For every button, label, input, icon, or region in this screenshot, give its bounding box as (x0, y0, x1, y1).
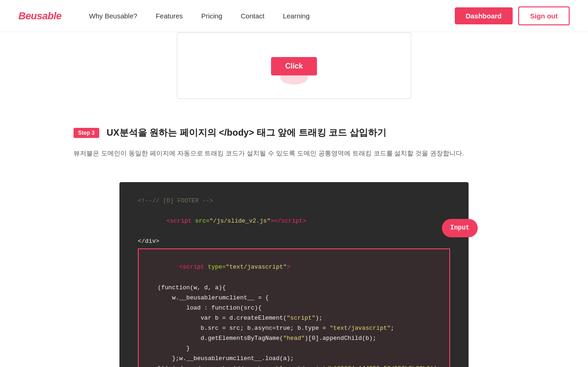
nav-pricing[interactable]: Pricing (201, 12, 222, 20)
nav-contact[interactable]: Contact (241, 12, 265, 20)
code-block: <!--// [D] FOOTER --> <script src="/js/s… (119, 182, 469, 367)
step3-title: UX분석을 원하는 페이지의 </body> 태그 앞에 트래킹 코드 삽입하기 (107, 126, 386, 139)
click-ripple (280, 71, 308, 85)
nav-why-beusable[interactable]: Why Beusable? (89, 12, 137, 20)
step3-header: Step 3 UX분석을 원하는 페이지의 </body> 태그 앞에 트래킹 … (74, 126, 514, 139)
code-line-3: </div> (138, 236, 450, 247)
code-line-1: <!--// [D] FOOTER --> (138, 196, 450, 206)
code-line-2: <script src="/js/slide_v2.js"></script> (138, 206, 450, 236)
nav-learning[interactable]: Learning (283, 12, 310, 20)
nav-links: Why Beusable? Features Pricing Contact L… (89, 12, 455, 20)
click-label: Click (285, 62, 303, 70)
dashboard-button[interactable]: Dashboard (455, 7, 513, 24)
code-h2: (function(w, d, a){ (143, 283, 445, 293)
code-h9: };w.__beusablerumclient__.load(a); (143, 354, 445, 364)
code-highlight: <script type="text/javascript"> (functio… (138, 248, 450, 367)
code-h8: } (143, 344, 445, 354)
code-image-container: <!--// [D] FOOTER --> <script src="/js/s… (74, 182, 514, 367)
signout-button[interactable]: Sign out (518, 6, 570, 25)
logo[interactable]: Beusable (18, 10, 62, 22)
navbar-actions: Dashboard Sign out (455, 6, 570, 25)
code-h5: var b = d.createElement("script"); (143, 313, 445, 323)
step3-section: Step 3 UX분석을 원하는 페이지의 </body> 태그 앞에 트래킹 … (0, 113, 588, 182)
nav-features[interactable]: Features (156, 12, 183, 20)
navbar: Beusable Why Beusable? Features Pricing … (0, 0, 588, 32)
code-h10: })(window, document, '//rum.beusable.net… (143, 364, 445, 367)
code-h4: load : function(src){ (143, 303, 445, 313)
step3-badge: Step 3 (74, 128, 99, 138)
input-badge: Input (442, 219, 478, 237)
top-image-area: Click (0, 32, 588, 113)
code-h3: w.__beusablerumclient__ = { (143, 293, 445, 303)
code-h6: b.src = src; b.async=true; b.type = "tex… (143, 323, 445, 333)
code-h1: <script type="text/javascript"> (143, 252, 445, 282)
main-content: Click Step 3 UX분석을 원하는 페이지의 </body> 태그 앞… (0, 32, 588, 367)
step3-description: 뷰저블은 도메인이 동일한 페이지에 자동으로 트래킹 코드가 설치될 수 있도… (74, 148, 514, 159)
click-demo-box: Click (177, 32, 411, 99)
code-h7: d.getElementsByTagName("head")[0].append… (143, 333, 445, 344)
